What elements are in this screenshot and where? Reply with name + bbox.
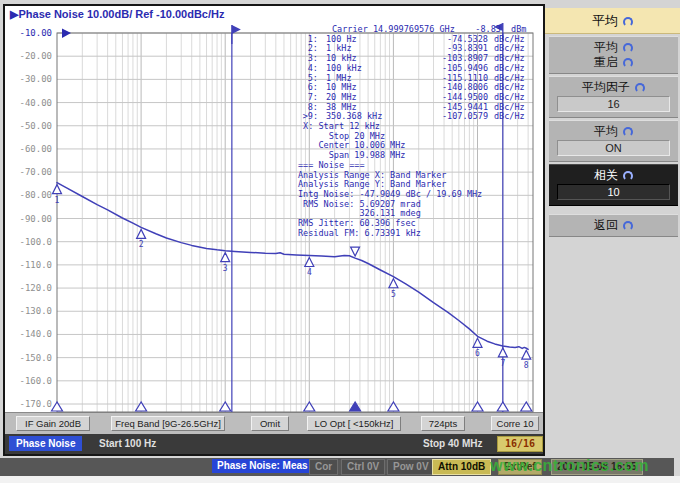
softkey-return[interactable]: 返回 [549, 214, 678, 237]
if-gain-button[interactable]: IF Gain 20dB [16, 416, 90, 431]
noise-info-line: Residual FM: 6.73391 kHz [298, 229, 540, 239]
measurement-toolbar: IF Gain 20dB Freq Band [9G-26.5GHz] Omit… [5, 412, 543, 434]
menu-header-label: 平均 [592, 13, 618, 28]
softkey-average-restart[interactable]: 平均 重启 [549, 36, 678, 74]
softkey-column: 平均 重启 平均因子 16 平均 ON 相关 10 返回 [549, 36, 678, 239]
softkey-knob-icon [623, 221, 633, 231]
softkey-label: 平均 [594, 124, 618, 138]
points-button[interactable]: 724pts [421, 416, 465, 431]
system-meas-label[interactable]: Phase Noise: Meas [212, 459, 313, 473]
page-background-strip [0, 476, 680, 483]
softkey-knob-icon [623, 171, 633, 181]
attenuator-indicator: Attn 10dB [432, 459, 491, 475]
lo-opt-button[interactable]: LO Opt [ <150kHz] [307, 416, 401, 431]
average-factor-value: 16 [557, 96, 670, 112]
softkey-knob-icon [623, 127, 633, 137]
softkey-knob-icon [623, 17, 633, 27]
softkey-label: 返回 [594, 218, 618, 232]
start-frequency-label: Start 100 Hz [99, 438, 156, 449]
omit-button[interactable]: Omit [251, 416, 289, 431]
softkey-label: 平均 [594, 40, 618, 54]
marker-table: 1:100 Hz-74.5328dBc/Hz2:1 kHz-93.8391dBc… [298, 35, 540, 122]
correction-indicator: Cor [309, 459, 338, 475]
correlation-value: 10 [557, 184, 670, 200]
trace-title: ▶Phase Noise 10.00dB/ Ref -10.00dBc/Hz [10, 8, 225, 21]
softkey-knob-icon [635, 83, 645, 93]
softkey-average-onoff[interactable]: 平均 ON [549, 120, 678, 162]
softkey-average-factor[interactable]: 平均因子 16 [549, 76, 678, 118]
softkey-knob-icon [623, 43, 633, 53]
noise-analysis-block: Analysis Range X: Band MarkerAnalysis Ra… [298, 171, 540, 239]
mode-tab-phase-noise[interactable]: Phase Noise [9, 436, 82, 451]
watermark-text: www.cntronics.com [490, 457, 649, 475]
average-count-badge: 16/16 [497, 436, 543, 452]
softkey-knob-icon [623, 58, 633, 68]
power-voltage-indicator: Pow 0V [387, 459, 435, 475]
marker-unit: dBc/Hz [488, 112, 525, 122]
softkey-panel: 平均 平均 重启 平均因子 16 平均 ON 相关 10 返回 [545, 0, 680, 458]
freq-band-button[interactable]: Freq Band [9G-26.5GHz] [111, 416, 225, 431]
marker-val: -107.0579 [422, 112, 488, 122]
average-onoff-value: ON [557, 140, 670, 156]
correlation-button[interactable]: Corre 10 [491, 416, 539, 431]
menu-header-average[interactable]: 平均 [545, 8, 680, 34]
ctrl-voltage-indicator: Ctrl 0V [341, 459, 385, 475]
softkey-label: 平均因子 [582, 80, 630, 94]
softkey-correlation[interactable]: 相关 10 [549, 164, 678, 206]
softkey-label: 相关 [594, 168, 618, 182]
trace-status-bar: Phase Noise Start 100 Hz Stop 40 MHz 16/… [5, 434, 543, 454]
marker-readout: Carrier 14.999769576 GHz -8.83 dBm 1:100… [298, 25, 540, 238]
stop-frequency-label: Stop 40 MHz [423, 438, 482, 449]
band-marker-info: X: Start 12 kHz Stop 20 MHz Center 10.00… [298, 122, 540, 161]
softkey-sublabel: 重启 [594, 55, 618, 69]
